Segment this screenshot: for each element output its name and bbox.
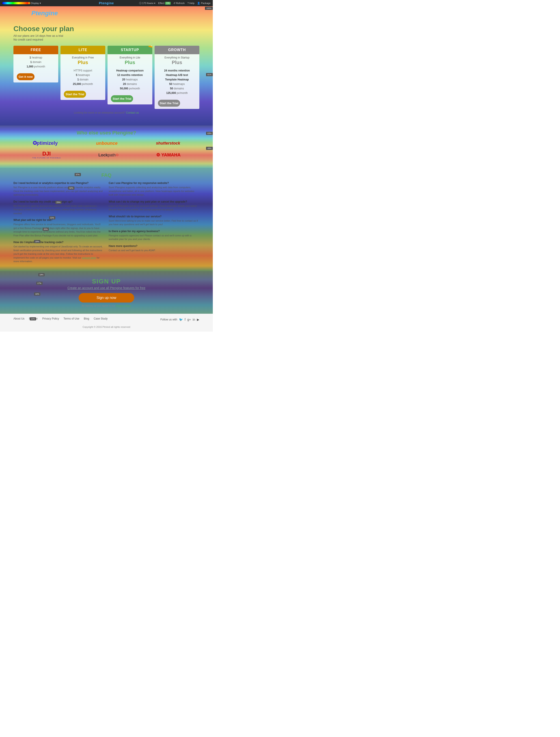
plan-growth: GROWTH Everything in Startup Plus 24 mon… xyxy=(155,46,199,109)
growth-domains: 50 domains xyxy=(157,86,197,91)
growth-ab-test: Heatmap A/B test xyxy=(157,73,197,77)
plan-growth-header: GROWTH xyxy=(155,46,199,54)
footer-social: Follow us with 🐦 f g+ in ▶ xyxy=(160,318,199,321)
heatmap-color-scale xyxy=(2,2,29,4)
faq-a-2: No! Ptengine is open to anyone who wants… xyxy=(13,204,104,215)
plans-subtitle: All our plans are 14 days free as a tria… xyxy=(13,34,199,41)
startup-heatmaps: 20 heatmaps xyxy=(110,77,150,82)
lite-cta-button[interactable]: Start the Trial xyxy=(64,91,86,98)
pct-badge-14: 14% xyxy=(30,317,36,320)
plans-section: Ptengine Choose your plan All our plans … xyxy=(0,6,213,125)
faq-item-6: What can I do to change my paid plan or … xyxy=(109,200,199,211)
growth-heatmaps: 50 heatmaps xyxy=(157,82,197,86)
faq-a-1: No! Ptengine is a user-friendly platform… xyxy=(13,185,104,197)
who-uses-section: Who else uses Ptengine? 63% ✪ptimizely u… xyxy=(0,125,213,168)
pct-badge-25: 25% xyxy=(55,201,62,204)
pct-badge-32: 32% xyxy=(68,186,74,189)
googleplus-icon[interactable]: g+ xyxy=(187,318,191,321)
pct-49: 49% xyxy=(206,147,213,150)
plan-lite: LITE Everything in Free Plus HTTPS suppo… xyxy=(60,46,105,100)
pct-100: 100% xyxy=(205,7,213,10)
privacy-policy-link[interactable]: Privacy Policy xyxy=(116,304,131,307)
effect-toggle[interactable]: Effect ON xyxy=(158,2,171,5)
lite-tagline: Everything in Free xyxy=(60,54,105,60)
pct-63: 63% xyxy=(206,132,213,135)
plan-lite-features: HTTPS support 5 heatmaps 1 domain 25,000… xyxy=(60,67,105,88)
pct-badge-22: 22% xyxy=(49,216,55,219)
free-pv: 1,000 pv/month xyxy=(16,64,56,69)
faq-item-9: Have more questions? Contact us and we'l… xyxy=(109,244,199,252)
growth-cta-button[interactable]: Start the Trial xyxy=(158,100,180,107)
twitter-icon[interactable]: 🐦 xyxy=(179,318,183,321)
footer-terms[interactable]: Terms of Use xyxy=(63,317,79,320)
faq-item-5: Can I use Ptengine for my responsive web… xyxy=(109,181,199,197)
refresh-icon: ↺ xyxy=(173,2,175,5)
faq-col-right: Can I use Ptengine for my responsive web… xyxy=(109,181,199,267)
faq-q-9: Have more questions? xyxy=(109,244,199,247)
growth-plus: Plus xyxy=(155,60,199,67)
signup-section-wrap: SIGN UP Create an account and use all Pt… xyxy=(0,271,213,314)
footer-privacy[interactable]: Privacy Policy xyxy=(42,317,59,320)
plan-free: FREE 1 heatmap 1 domain 1,000 pv/month G… xyxy=(13,46,58,82)
linkedin-icon[interactable]: in xyxy=(193,318,195,321)
free-cta-button[interactable]: Get it now xyxy=(17,73,34,80)
pct-badge-20: 20% xyxy=(43,228,49,231)
growth-pv: 125,000 pv/month xyxy=(157,91,197,95)
footer: About Us Partner Privacy Policy Terms of… xyxy=(0,314,213,331)
logo-yamaha: ⚙ YAMAHA xyxy=(156,152,181,157)
signup-subtitle: Create an account and use all Ptengine f… xyxy=(13,286,199,290)
faq-a-7: Sure! We'd love talking to you to make o… xyxy=(109,219,199,226)
faq-item-4: How do I implement the tracking code? Ge… xyxy=(13,241,104,263)
lite-plus: Plus xyxy=(60,60,105,67)
contact-us-link[interactable]: Contact us xyxy=(126,111,139,114)
footer-section-wrap: About Us Partner Privacy Policy Terms of… xyxy=(0,314,213,331)
faq-a-6: Log in to Ptengine and go to account set… xyxy=(109,204,199,211)
contact-line: Looking for more or an enterprise accoun… xyxy=(13,109,199,119)
logo-shutterstock: shutterstock xyxy=(156,141,180,146)
startup-cta-button[interactable]: Start the Trial xyxy=(111,95,133,102)
faq-item-7: What should I do to improve our service?… xyxy=(109,215,199,226)
faq-q-5: Can I use Ptengine for my responsive web… xyxy=(109,181,199,185)
youtube-icon[interactable]: ▶ xyxy=(197,318,199,321)
signup-terms: By signing up you agree to our Privacy P… xyxy=(13,304,199,307)
footer-links: About Us Partner Privacy Policy Terms of… xyxy=(13,317,108,320)
startup-heatmap-compare: Heatmap comparison xyxy=(110,68,150,73)
logo-lockpath: Lockpath○ xyxy=(98,152,118,158)
pct-81: 81% xyxy=(206,73,213,76)
logo-optimizely: ✪ptimizely xyxy=(33,140,58,146)
startup-tagline: Everything in Lite xyxy=(108,54,152,60)
nav-center: Ptengine xyxy=(99,1,114,5)
logo-dji: DJI THE FUTURE OF POSSIBLE xyxy=(32,151,61,159)
refresh-button[interactable]: ↺ Refresh xyxy=(173,2,185,5)
faq-grid: Do I need technical or analytics experti… xyxy=(13,181,199,267)
signup-button[interactable]: Sign up now xyxy=(79,293,134,302)
who-title: Who else uses Ptengine? xyxy=(13,130,199,136)
help-button[interactable]: ? Help xyxy=(187,2,194,4)
pricing-plans: Choose your plan All our plans are 14 da… xyxy=(0,18,213,125)
support-link[interactable]: support desk xyxy=(82,256,96,259)
facebook-icon[interactable]: f xyxy=(185,318,185,321)
who-section: Who else uses Ptengine? 63% ✪ptimizely u… xyxy=(0,125,213,168)
main-content: Ptengine Choose your plan All our plans … xyxy=(0,6,213,331)
plan-lite-header: LITE xyxy=(60,46,105,54)
footer-about[interactable]: About Us xyxy=(13,317,24,320)
logo-unbounce: unbounce xyxy=(96,141,118,146)
faq-item-3: What plan will be right for me? Ptengine… xyxy=(13,218,104,237)
plan-startup-header: STARTUP xyxy=(108,46,152,54)
page-brand-title: Ptengine xyxy=(31,10,181,17)
startup-pv: 50,000 pv/month xyxy=(110,86,150,91)
plan-free-features: 1 heatmap 1 domain 1,000 pv/month xyxy=(13,54,58,71)
effect-value: ON xyxy=(165,2,171,5)
package-button[interactable]: 👤 Package xyxy=(197,2,211,5)
footer-blog[interactable]: Blog xyxy=(84,317,89,320)
page-header: Ptengine xyxy=(0,6,213,18)
startup-plus: Plus xyxy=(108,60,152,67)
pct-badge-17: 17% xyxy=(36,282,43,285)
pct-badge-18b: 18% xyxy=(38,273,45,276)
footer-case-study[interactable]: Case Study xyxy=(94,317,108,320)
faq-q-8: Is there a plan for my agency business? xyxy=(109,230,199,233)
faq-a-8: Ptengine supports agencies too! Please c… xyxy=(109,234,199,241)
display-menu[interactable]: Display ▾ xyxy=(31,2,41,5)
plans-title: Choose your plan xyxy=(13,25,199,33)
effect-label: Effect xyxy=(158,2,164,4)
